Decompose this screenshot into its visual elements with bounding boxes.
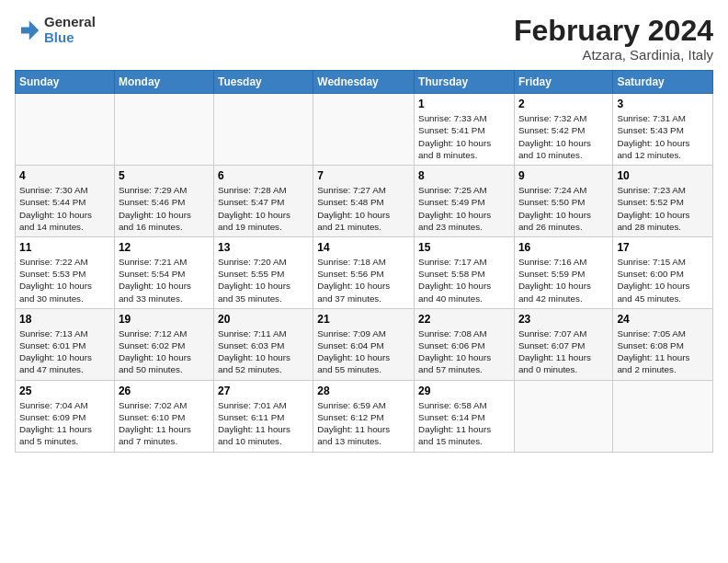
weekday-header-wednesday: Wednesday <box>313 71 415 94</box>
calendar-cell: 12Sunrise: 7:21 AM Sunset: 5:54 PM Dayli… <box>114 236 213 308</box>
calendar-cell: 21Sunrise: 7:09 AM Sunset: 6:04 PM Dayli… <box>313 308 415 380</box>
day-number: 2 <box>518 98 609 110</box>
calendar-cell: 20Sunrise: 7:11 AM Sunset: 6:03 PM Dayli… <box>213 308 313 380</box>
calendar-cell: 6Sunrise: 7:28 AM Sunset: 5:47 PM Daylig… <box>213 166 313 237</box>
calendar-cell: 11Sunrise: 7:22 AM Sunset: 5:53 PM Dayli… <box>16 236 115 308</box>
weekday-header-saturday: Saturday <box>613 71 713 94</box>
day-info: Sunrise: 7:11 AM Sunset: 6:03 PM Dayligh… <box>218 327 309 376</box>
calendar-table: SundayMondayTuesdayWednesdayThursdayFrid… <box>15 70 713 452</box>
day-number: 18 <box>19 313 110 326</box>
day-number: 4 <box>19 169 110 182</box>
day-number: 14 <box>317 241 410 254</box>
calendar-cell <box>213 94 313 166</box>
day-number: 22 <box>418 313 510 326</box>
day-number: 15 <box>418 241 510 254</box>
svg-marker-0 <box>21 20 39 40</box>
day-info: Sunrise: 7:16 AM Sunset: 5:59 PM Dayligh… <box>518 256 609 304</box>
day-info: Sunrise: 7:02 AM Sunset: 6:10 PM Dayligh… <box>119 399 210 448</box>
weekday-header-tuesday: Tuesday <box>213 71 313 94</box>
day-info: Sunrise: 6:58 AM Sunset: 6:14 PM Dayligh… <box>418 399 510 448</box>
day-number: 21 <box>317 313 410 326</box>
day-info: Sunrise: 7:22 AM Sunset: 5:53 PM Dayligh… <box>19 256 110 304</box>
logo-text: General Blue <box>44 15 96 45</box>
day-number: 20 <box>218 313 309 326</box>
day-number: 17 <box>617 241 709 254</box>
day-number: 5 <box>119 169 210 182</box>
day-number: 10 <box>617 169 709 182</box>
calendar-cell: 5Sunrise: 7:29 AM Sunset: 5:46 PM Daylig… <box>114 166 213 237</box>
calendar-cell: 1Sunrise: 7:33 AM Sunset: 5:41 PM Daylig… <box>415 94 515 166</box>
day-info: Sunrise: 7:30 AM Sunset: 5:44 PM Dayligh… <box>19 184 110 233</box>
day-info: Sunrise: 7:05 AM Sunset: 6:08 PM Dayligh… <box>617 327 709 376</box>
day-number: 7 <box>317 169 410 182</box>
day-number: 12 <box>119 241 210 254</box>
calendar-cell: 23Sunrise: 7:07 AM Sunset: 6:07 PM Dayli… <box>514 308 612 380</box>
day-number: 11 <box>19 241 110 254</box>
calendar-cell: 2Sunrise: 7:32 AM Sunset: 5:42 PM Daylig… <box>514 94 612 166</box>
day-number: 23 <box>518 313 609 326</box>
day-info: Sunrise: 7:21 AM Sunset: 5:54 PM Dayligh… <box>119 256 210 304</box>
weekday-header-row: SundayMondayTuesdayWednesdayThursdayFrid… <box>16 71 713 94</box>
day-number: 29 <box>418 385 510 397</box>
weekday-header-thursday: Thursday <box>415 71 515 94</box>
logo-line2: Blue <box>44 30 96 46</box>
weekday-header-friday: Friday <box>514 71 612 94</box>
day-info: Sunrise: 6:59 AM Sunset: 6:12 PM Dayligh… <box>317 399 410 448</box>
calendar-cell: 3Sunrise: 7:31 AM Sunset: 5:43 PM Daylig… <box>613 94 713 166</box>
header: General Blue February 2024 Atzara, Sardi… <box>15 15 713 63</box>
day-number: 9 <box>518 169 609 182</box>
logo-icon <box>15 17 40 43</box>
day-number: 19 <box>119 313 210 326</box>
day-number: 13 <box>218 241 309 254</box>
calendar-cell: 4Sunrise: 7:30 AM Sunset: 5:44 PM Daylig… <box>16 166 115 237</box>
calendar-cell: 22Sunrise: 7:08 AM Sunset: 6:06 PM Dayli… <box>415 308 515 380</box>
calendar-title: February 2024 <box>514 15 713 47</box>
calendar-cell: 18Sunrise: 7:13 AM Sunset: 6:01 PM Dayli… <box>16 308 115 380</box>
calendar-cell: 26Sunrise: 7:02 AM Sunset: 6:10 PM Dayli… <box>114 380 213 452</box>
day-number: 8 <box>418 169 510 182</box>
day-info: Sunrise: 7:18 AM Sunset: 5:56 PM Dayligh… <box>317 256 410 304</box>
day-number: 1 <box>418 98 510 110</box>
calendar-cell <box>16 94 115 166</box>
day-number: 28 <box>317 385 410 397</box>
day-info: Sunrise: 7:29 AM Sunset: 5:46 PM Dayligh… <box>119 184 210 233</box>
day-info: Sunrise: 7:20 AM Sunset: 5:55 PM Dayligh… <box>218 256 309 304</box>
weekday-header-sunday: Sunday <box>16 71 115 94</box>
calendar-cell: 13Sunrise: 7:20 AM Sunset: 5:55 PM Dayli… <box>213 236 313 308</box>
calendar-cell: 10Sunrise: 7:23 AM Sunset: 5:52 PM Dayli… <box>613 166 713 237</box>
day-number: 27 <box>218 385 309 397</box>
day-number: 24 <box>617 313 709 326</box>
calendar-cell: 9Sunrise: 7:24 AM Sunset: 5:50 PM Daylig… <box>514 166 612 237</box>
day-info: Sunrise: 7:09 AM Sunset: 6:04 PM Dayligh… <box>317 327 410 376</box>
calendar-cell: 27Sunrise: 7:01 AM Sunset: 6:11 PM Dayli… <box>213 380 313 452</box>
calendar-cell <box>514 380 612 452</box>
page: General Blue February 2024 Atzara, Sardi… <box>0 0 728 462</box>
day-info: Sunrise: 7:13 AM Sunset: 6:01 PM Dayligh… <box>19 327 110 376</box>
day-number: 26 <box>119 385 210 397</box>
day-info: Sunrise: 7:15 AM Sunset: 6:00 PM Dayligh… <box>617 256 709 304</box>
logo: General Blue <box>15 15 96 45</box>
day-number: 3 <box>617 98 709 110</box>
day-number: 25 <box>19 385 110 397</box>
calendar-cell: 28Sunrise: 6:59 AM Sunset: 6:12 PM Dayli… <box>313 380 415 452</box>
week-row-1: 1Sunrise: 7:33 AM Sunset: 5:41 PM Daylig… <box>16 94 713 166</box>
day-info: Sunrise: 7:08 AM Sunset: 6:06 PM Dayligh… <box>418 327 510 376</box>
day-number: 16 <box>518 241 609 254</box>
day-info: Sunrise: 7:32 AM Sunset: 5:42 PM Dayligh… <box>518 112 609 161</box>
day-info: Sunrise: 7:24 AM Sunset: 5:50 PM Dayligh… <box>518 184 609 233</box>
week-row-3: 11Sunrise: 7:22 AM Sunset: 5:53 PM Dayli… <box>16 236 713 308</box>
weekday-header-monday: Monday <box>114 71 213 94</box>
calendar-subtitle: Atzara, Sardinia, Italy <box>514 47 713 63</box>
calendar-cell: 25Sunrise: 7:04 AM Sunset: 6:09 PM Dayli… <box>16 380 115 452</box>
calendar-cell <box>114 94 213 166</box>
title-block: February 2024 Atzara, Sardinia, Italy <box>514 15 713 63</box>
week-row-5: 25Sunrise: 7:04 AM Sunset: 6:09 PM Dayli… <box>16 380 713 452</box>
day-info: Sunrise: 7:07 AM Sunset: 6:07 PM Dayligh… <box>518 327 609 376</box>
day-info: Sunrise: 7:28 AM Sunset: 5:47 PM Dayligh… <box>218 184 309 233</box>
calendar-cell: 29Sunrise: 6:58 AM Sunset: 6:14 PM Dayli… <box>415 380 515 452</box>
calendar-cell: 15Sunrise: 7:17 AM Sunset: 5:58 PM Dayli… <box>415 236 515 308</box>
day-info: Sunrise: 7:17 AM Sunset: 5:58 PM Dayligh… <box>418 256 510 304</box>
calendar-cell: 14Sunrise: 7:18 AM Sunset: 5:56 PM Dayli… <box>313 236 415 308</box>
calendar-cell <box>313 94 415 166</box>
calendar-cell: 7Sunrise: 7:27 AM Sunset: 5:48 PM Daylig… <box>313 166 415 237</box>
